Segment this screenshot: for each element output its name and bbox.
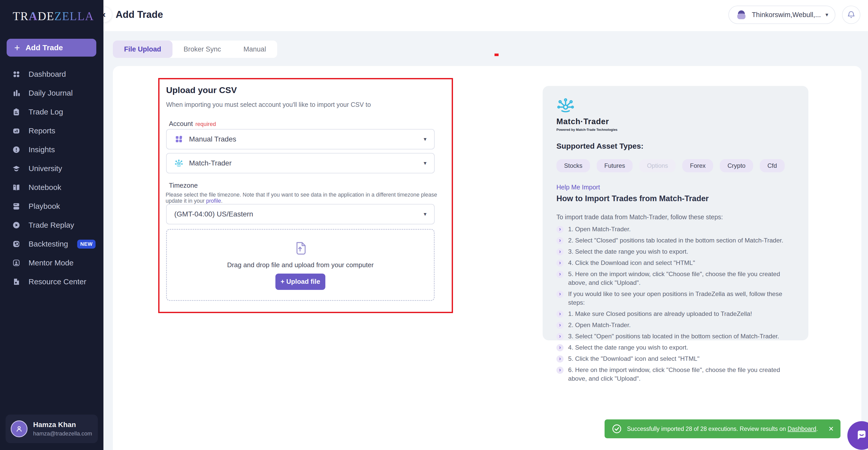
sidebar-item-university[interactable]: University	[0, 159, 103, 178]
tab-file-upload[interactable]: File Upload	[113, 40, 173, 58]
match-trader-logo-subtitle: Powered by Match-Trade Technologies	[556, 128, 795, 132]
dashboard-link[interactable]: Dashboard	[787, 425, 816, 432]
sidebar-item-label: Insights	[29, 145, 55, 154]
sidebar-item-label: Reports	[29, 126, 55, 135]
timezone-note-period: .	[221, 198, 223, 204]
sidebar-item-trade-replay[interactable]: Trade Replay	[0, 216, 103, 234]
chevron-down-icon: ▾	[424, 211, 427, 218]
list-item: ›1. Open Match-Trader.	[556, 225, 791, 233]
sidebar-item-playbook[interactable]: Playbook	[0, 197, 103, 216]
steps-intro: To import trade data from Match-Trader, …	[556, 214, 795, 221]
sidebar-item-mentor-mode[interactable]: Mentor Mode	[0, 253, 103, 272]
plus-icon: +	[14, 43, 20, 53]
add-trade-label: Add Trade	[26, 43, 63, 52]
sidebar-item-insights[interactable]: Insights	[0, 140, 103, 159]
help-panel: Match·Trader Powered by Match-Trade Tech…	[542, 86, 808, 340]
timezone-select-value: (GMT-04:00) US/Eastern	[174, 210, 418, 218]
toast-message-text: Successfully imported 28 of 28 execution…	[627, 425, 787, 432]
step-text: 1. Open Match-Trader.	[568, 225, 631, 233]
chevron-down-icon: ▾	[424, 136, 427, 142]
sidebar-item-dashboard[interactable]: Dashboard	[0, 65, 103, 84]
tab-broker-sync[interactable]: Broker Sync	[173, 40, 232, 58]
asset-type-chips: Stocks Futures Options Forex Crypto Cfd	[556, 159, 795, 172]
sidebar-item-reports[interactable]: Reports	[0, 121, 103, 140]
sidebar-item-trade-log[interactable]: Trade Log	[0, 103, 103, 121]
help-me-import-link[interactable]: Help Me Import	[556, 184, 795, 191]
sidebar-item-label: Playbook	[29, 202, 60, 210]
clipboard-icon	[12, 107, 21, 116]
sidebar-item-label: Resource Center	[29, 277, 86, 286]
logo-text-zella: ZELLA	[54, 9, 94, 23]
import-steps-list: ›1. Open Match-Trader. ›2. Select "Close…	[556, 225, 795, 383]
open-book-icon	[12, 183, 21, 192]
toast-message-period: .	[816, 425, 818, 432]
step-text: If you would like to see your open posit…	[568, 290, 791, 307]
sidebar-item-notebook[interactable]: Notebook	[0, 178, 103, 197]
bull-icon: A	[29, 9, 38, 23]
account-label-text: Account	[169, 120, 193, 128]
bar-chart-icon	[12, 88, 21, 97]
tab-manual[interactable]: Manual	[232, 40, 277, 58]
step-text: 6. Here on the import window, click "Cho…	[568, 366, 791, 383]
step-text: 4. Click the Download icon and select "H…	[568, 258, 695, 267]
account-select-value: Manual Trades	[189, 135, 418, 143]
sidebar-item-backtesting[interactable]: Backtesting NEW	[0, 234, 103, 253]
new-badge: NEW	[77, 240, 96, 249]
list-item: ›4. Select the date range you wish to ex…	[556, 343, 791, 352]
person-icon	[14, 424, 24, 433]
list-item: ›3. Select the date range you wish to ex…	[556, 247, 791, 256]
list-item: ›5. Click the "Download" icon and select…	[556, 355, 791, 363]
chevron-right-icon: ›	[556, 333, 563, 340]
sidebar-item-label: Daily Journal	[29, 89, 72, 97]
chevron-right-icon: ›	[556, 259, 563, 267]
list-item: ›1. Make sure Closed positions are alrea…	[556, 310, 791, 318]
logo-text-tr: TR	[13, 9, 29, 23]
sidebar-item-daily-journal[interactable]: Daily Journal	[0, 84, 103, 103]
broker-select[interactable]: Match-Trader ▾	[166, 153, 435, 173]
reports-icon	[12, 126, 21, 135]
chip-stocks: Stocks	[556, 159, 590, 172]
list-item: ›5. Here on the import window, click "Ch…	[556, 270, 791, 287]
list-item: ›4. Click the Download icon and select "…	[556, 258, 791, 267]
sidebar-item-resource-center[interactable]: Resource Center	[0, 272, 103, 291]
upload-file-button[interactable]: + Upload file	[275, 274, 326, 290]
user-profile-card[interactable]: Hamza Khan hamza@tradezella.com	[6, 415, 98, 443]
broker-bag-icon	[736, 9, 747, 20]
form-subtitle: When importing you must select account y…	[166, 101, 371, 108]
match-trader-logo-title: Match·Trader	[556, 117, 795, 126]
step-text: 2. Open Match-Trader.	[568, 321, 631, 330]
tradezella-logo: TRADEZELLA	[13, 7, 94, 25]
avatar	[11, 420, 28, 437]
chip-options: Options	[639, 159, 676, 172]
chevron-right-icon: ›	[556, 356, 563, 363]
add-trade-button[interactable]: + Add Trade	[7, 39, 96, 57]
close-icon[interactable]: ✕	[828, 425, 834, 433]
chevron-right-icon: ›	[556, 226, 563, 233]
file-dropzone[interactable]: Drag and drop file and upload from your …	[166, 229, 435, 301]
header: ‹ Add Trade Thinkorswim,Webull,... ▾	[103, 0, 868, 31]
import-method-tabs: File Upload Broker Sync Manual	[113, 40, 277, 58]
chevron-right-icon: ›	[556, 248, 563, 255]
step-text: 2. Select "Closed" positions tab located…	[568, 236, 783, 245]
profile-link[interactable]: profile	[206, 198, 221, 204]
sidebar: TRADEZELLA + Add Trade Dashboard Daily J…	[0, 0, 103, 450]
chevron-down-icon: ▾	[424, 160, 427, 167]
add-trade-page: TRADEZELLA + Add Trade Dashboard Daily J…	[0, 0, 868, 450]
timezone-select[interactable]: (GMT-04:00) US/Eastern ▾	[166, 204, 435, 224]
document-icon	[12, 277, 21, 286]
play-circle-icon	[12, 221, 21, 230]
step-text: 5. Here on the import window, click "Cho…	[568, 270, 791, 287]
chat-bubble-icon	[855, 429, 868, 442]
account-selector-dropdown[interactable]: Thinkorswim,Webull,... ▾	[728, 6, 835, 24]
sidebar-item-label: Notebook	[29, 183, 61, 192]
sidebar-item-label: Mentor Mode	[29, 258, 74, 267]
step-text: 3. Select "Open" positions tab located i…	[568, 332, 779, 341]
chevron-right-icon: ›	[556, 291, 563, 298]
file-upload-icon	[292, 240, 309, 256]
notifications-button[interactable]	[842, 6, 860, 24]
chip-forex: Forex	[682, 159, 713, 172]
step-text: 5. Click the "Download" icon and select …	[568, 355, 699, 363]
list-item: ›2. Select "Closed" positions tab locate…	[556, 236, 791, 245]
chevron-right-icon: ›	[556, 367, 563, 374]
account-select[interactable]: Manual Trades ▾	[166, 129, 435, 149]
